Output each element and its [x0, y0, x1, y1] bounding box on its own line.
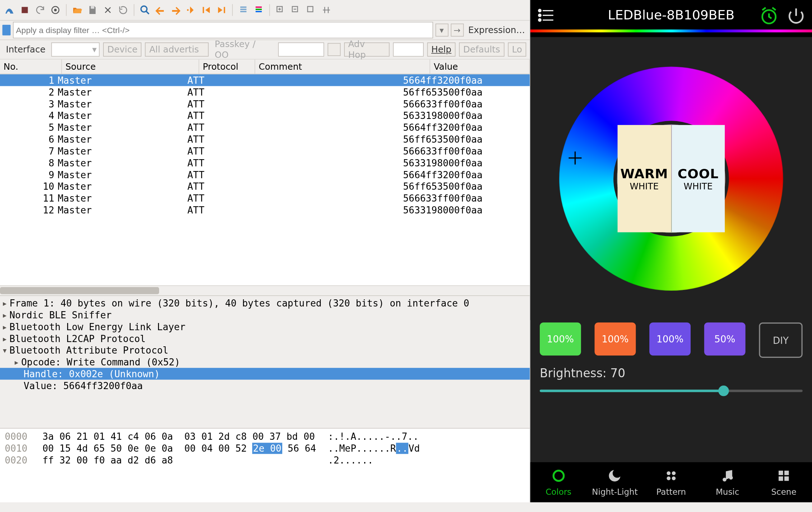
options-icon[interactable] — [48, 3, 62, 17]
bookmark-icon[interactable] — [3, 25, 11, 36]
help-button[interactable]: Help — [427, 42, 455, 56]
log-button[interactable]: Lo — [508, 42, 526, 56]
tab-scene[interactable]: Scene — [756, 462, 812, 502]
preset-diy[interactable]: DIY — [759, 323, 802, 358]
passkey-go-icon[interactable] — [328, 43, 340, 56]
zoom-reset-icon[interactable] — [304, 3, 318, 17]
col-source[interactable]: Source — [62, 60, 199, 74]
svg-point-23 — [672, 471, 676, 475]
brightness-slider[interactable] — [540, 384, 803, 398]
col-value[interactable]: Value — [430, 60, 530, 74]
detail-opcode[interactable]: Opcode: Write Command (0x52) — [21, 356, 180, 368]
advhop-button[interactable]: Adv Hop — [344, 42, 389, 56]
defaults-button[interactable]: Defaults — [459, 42, 504, 56]
passkey-input[interactable] — [278, 42, 324, 56]
packet-row[interactable]: 8MasterATT5633198000f0aa — [0, 157, 530, 169]
jump-icon[interactable] — [184, 3, 198, 17]
packet-row[interactable]: 6MasterATT56ff653500f0aa — [0, 133, 530, 145]
packet-row[interactable]: 7MasterATT566633ff00f0aa — [0, 145, 530, 157]
zoom-in-icon[interactable] — [273, 3, 287, 17]
back-icon[interactable] — [153, 3, 167, 17]
filter-clear-icon[interactable]: ▾ — [435, 24, 448, 37]
packet-list-body[interactable]: 1MasterATT5664ff3200f0aa2MasterATT56ff65… — [0, 74, 530, 285]
tab-music[interactable]: Music — [699, 462, 756, 502]
power-icon[interactable] — [786, 6, 806, 28]
autoscroll-icon[interactable] — [236, 3, 250, 17]
white-center[interactable]: WARM WHITE COOL WHITE — [617, 124, 725, 233]
packet-row[interactable]: 3MasterATT566633ff00f0aa — [0, 98, 530, 110]
menu-icon[interactable] — [537, 8, 555, 24]
passkey-label: Passkey / OO — [212, 39, 274, 60]
svg-point-2 — [55, 9, 56, 11]
packet-row[interactable]: 11MasterATT566633ff00f0aa — [0, 192, 530, 204]
packet-row[interactable]: 1MasterATT5664ff3200f0aa — [0, 74, 530, 86]
svg-point-17 — [539, 9, 541, 12]
h-scrollbar[interactable] — [0, 285, 530, 295]
svg-point-21 — [553, 471, 563, 481]
save-icon[interactable] — [85, 3, 99, 17]
display-filter-input[interactable] — [13, 22, 433, 38]
color-wheel-area: WARM WHITE COOL WHITE — [530, 37, 812, 320]
col-protocol[interactable]: Protocol — [199, 60, 255, 74]
tab-colors[interactable]: Colors — [530, 462, 587, 502]
svg-point-5 — [187, 9, 189, 11]
packet-row[interactable]: 5MasterATT5664ff3200f0aa — [0, 121, 530, 133]
packet-details[interactable]: Frame 1: 40 bytes on wire (320 bits), 40… — [0, 296, 530, 429]
main-toolbar — [0, 0, 530, 20]
open-folder-icon[interactable] — [70, 3, 84, 17]
stop-icon[interactable] — [18, 3, 32, 17]
packet-row[interactable]: 4MasterATT5633198000f0aa — [0, 110, 530, 121]
close-icon[interactable] — [101, 3, 115, 17]
col-no[interactable]: No. — [0, 60, 62, 74]
resize-cols-icon[interactable] — [319, 3, 333, 17]
filter-apply-icon[interactable]: → — [450, 24, 463, 37]
svg-rect-31 — [784, 476, 789, 481]
advhop-input[interactable] — [393, 42, 423, 56]
svg-rect-7 — [224, 7, 225, 13]
device-button[interactable]: Device — [103, 42, 141, 56]
preset-orange[interactable]: 100% — [595, 323, 636, 356]
detail-ll[interactable]: Bluetooth Low Energy Link Layer — [9, 321, 185, 332]
warm-big: WARM — [620, 166, 668, 181]
zoom-out-icon[interactable] — [289, 3, 303, 17]
app-title: LEDBlue-8B109BEB — [608, 8, 735, 22]
reload-icon[interactable] — [116, 3, 130, 17]
advert-button[interactable]: All advertis — [145, 42, 209, 56]
alarm-icon[interactable] — [759, 6, 779, 28]
detail-value[interactable]: Value: 5664ff3200f0aa — [24, 380, 143, 391]
interface-label: Interface — [4, 44, 48, 55]
detail-l2cap[interactable]: Bluetooth L2CAP Protocol — [9, 333, 145, 344]
preset-purple2[interactable]: 50% — [704, 323, 746, 356]
detail-att[interactable]: Bluetooth Attribute Protocol — [9, 345, 168, 356]
preset-green[interactable]: 100% — [540, 323, 581, 356]
shark-fin-icon[interactable] — [3, 3, 17, 17]
restart-icon[interactable] — [33, 3, 47, 17]
app-titlebar: LEDBlue-8B109BEB — [530, 0, 812, 29]
packet-row[interactable]: 12MasterATT5633198000f0aa — [0, 204, 530, 216]
detail-nordic[interactable]: Nordic BLE Sniffer — [9, 309, 111, 320]
warm-white-button[interactable]: WARM WHITE — [618, 125, 672, 232]
led-app: LEDBlue-8B109BEB R179 G84 B3 WARM — [530, 0, 812, 502]
detail-handle[interactable]: Handle: 0x002e (Unknown) — [24, 368, 160, 379]
bottom-tabs: ColorsNight-LightPatternMusicScene — [530, 462, 812, 502]
forward-icon[interactable] — [168, 3, 182, 17]
colorize-icon[interactable] — [252, 3, 266, 17]
packet-row[interactable]: 9MasterATT5664ff3200f0aa — [0, 169, 530, 180]
col-comment[interactable]: Comment — [255, 60, 430, 74]
cool-white-button[interactable]: COOL WHITE — [672, 125, 725, 232]
first-icon[interactable] — [199, 3, 213, 17]
tab-pattern[interactable]: Pattern — [643, 462, 699, 502]
svg-point-24 — [667, 476, 671, 480]
find-icon[interactable] — [138, 3, 152, 17]
svg-rect-9 — [240, 9, 246, 10]
preset-purple[interactable]: 100% — [649, 323, 691, 356]
packet-row[interactable]: 2MasterATT56ff653500f0aa — [0, 86, 530, 98]
tab-night-light[interactable]: Night-Light — [587, 462, 643, 502]
detail-frame[interactable]: Frame 1: 40 bytes on wire (320 bits), 40… — [9, 297, 469, 309]
packet-bytes[interactable]: 000000100020 3a 06 21 01 41 c4 06 0a 03 … — [0, 429, 530, 502]
expression-button[interactable]: Expression… — [466, 25, 527, 36]
packet-row[interactable]: 10MasterATT56ff653500f0aa — [0, 180, 530, 192]
color-wheel[interactable]: WARM WHITE COOL WHITE — [559, 66, 783, 291]
interface-combo[interactable]: ▾ — [51, 42, 99, 56]
last-icon[interactable] — [214, 3, 228, 17]
